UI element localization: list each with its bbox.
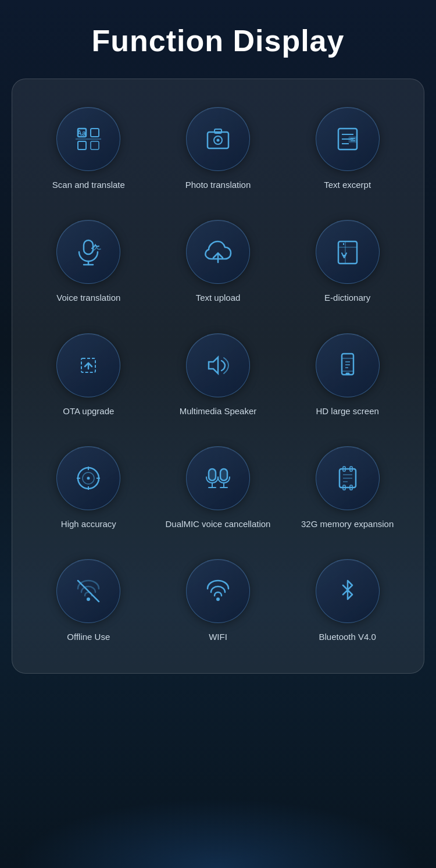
feature-item-ota-upgrade[interactable]: OTA upgrade: [24, 323, 153, 430]
dictionary-icon: [316, 220, 380, 284]
accuracy-icon: [56, 446, 120, 510]
features-grid: Aa Scan and translate Photo translation …: [24, 97, 412, 656]
feature-label-hd-screen: HD large screen: [316, 405, 378, 417]
ota-icon: [56, 333, 120, 397]
feature-label-voice-translation: Voice translation: [56, 292, 120, 304]
feature-item-voice-translation[interactable]: Voice translation: [24, 209, 153, 316]
svg-rect-17: [84, 240, 93, 254]
feature-label-multimedia-speaker: Multimedia Speaker: [180, 405, 257, 417]
feature-item-photo-translation[interactable]: Photo translation: [153, 97, 283, 204]
feature-label-offline: Offline Use: [67, 631, 110, 643]
speaker-icon: [186, 333, 250, 397]
feature-label-text-excerpt: Text excerpt: [324, 179, 371, 191]
feature-label-high-accuracy: High accuracy: [61, 518, 116, 530]
screen-icon: [316, 333, 380, 397]
text-icon: [316, 107, 380, 171]
feature-label-dual-mic: DualMIC voice cancellation: [166, 518, 271, 530]
svg-point-53: [87, 597, 90, 601]
feature-label-memory: 32G memory expansion: [301, 518, 394, 530]
feature-item-text-upload[interactable]: Text upload: [153, 209, 283, 316]
voice-icon: [56, 220, 120, 284]
svg-point-55: [216, 597, 220, 601]
svg-rect-4: [91, 141, 99, 150]
feature-item-offline[interactable]: Offline Use: [24, 549, 153, 656]
page-title: Function Display: [92, 23, 345, 58]
offline-icon: [56, 559, 120, 623]
svg-rect-40: [220, 469, 227, 481]
bluetooth-icon: [316, 559, 380, 623]
wifi-icon: [186, 559, 250, 623]
upload-icon: [186, 220, 250, 284]
feature-item-bluetooth[interactable]: Bluetooth V4.0: [283, 549, 412, 656]
feature-label-wifi: WIFI: [209, 631, 227, 643]
feature-item-e-dictionary[interactable]: E-dictionary: [283, 209, 412, 316]
feature-item-memory[interactable]: 32G memory expansion: [283, 436, 412, 543]
feature-label-scan-translate: Scan and translate: [52, 179, 125, 191]
svg-text:Aa: Aa: [77, 129, 87, 137]
svg-rect-14: [349, 137, 357, 143]
feature-item-multimedia-speaker[interactable]: Multimedia Speaker: [153, 323, 283, 430]
photo-icon: [186, 107, 250, 171]
svg-point-38: [87, 476, 90, 479]
feature-item-scan-translate[interactable]: Aa Scan and translate: [24, 97, 153, 204]
feature-item-text-excerpt[interactable]: Text excerpt: [283, 97, 412, 204]
feature-item-wifi[interactable]: WIFI: [153, 549, 283, 656]
feature-label-ota-upgrade: OTA upgrade: [63, 405, 114, 417]
feature-item-high-accuracy[interactable]: High accuracy: [24, 436, 153, 543]
feature-label-e-dictionary: E-dictionary: [324, 292, 370, 304]
memory-icon: [316, 446, 380, 510]
svg-rect-21: [338, 241, 357, 264]
mic-icon: [186, 446, 250, 510]
svg-rect-2: [91, 129, 99, 137]
features-card: Aa Scan and translate Photo translation …: [12, 79, 424, 674]
svg-rect-39: [209, 469, 216, 481]
feature-item-hd-screen[interactable]: HD large screen: [283, 323, 412, 430]
feature-label-text-upload: Text upload: [196, 292, 241, 304]
svg-point-9: [216, 139, 219, 142]
svg-rect-3: [78, 141, 86, 150]
feature-label-photo-translation: Photo translation: [185, 179, 251, 191]
scan-icon: Aa: [56, 107, 120, 171]
feature-label-bluetooth: Bluetooth V4.0: [319, 631, 376, 643]
feature-item-dual-mic[interactable]: DualMIC voice cancellation: [153, 436, 283, 543]
